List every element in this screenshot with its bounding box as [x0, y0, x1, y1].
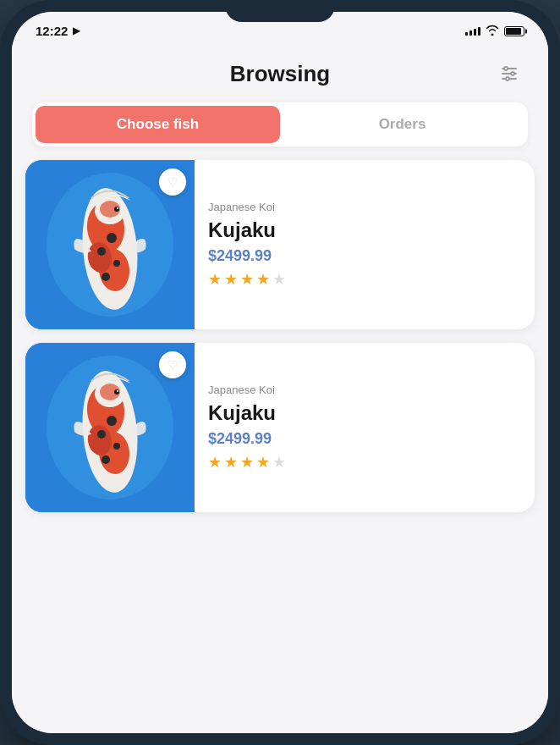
product-category-1: Japanese Koi [208, 201, 286, 213]
app-header: Browsing [12, 45, 548, 99]
time-display: 12:22 [36, 24, 68, 38]
favorite-button-1[interactable]: ♡ [159, 168, 186, 196]
app-content: Browsing Choose fish [12, 45, 548, 733]
star-4: ★ [256, 270, 270, 289]
status-right [465, 25, 524, 38]
svg-point-27 [97, 430, 106, 439]
product-name-1: Kujaku [208, 218, 286, 242]
svg-point-28 [113, 443, 120, 450]
svg-point-13 [97, 247, 106, 256]
filter-button[interactable] [494, 58, 524, 89]
svg-point-4 [511, 72, 514, 75]
favorite-button-2[interactable]: ♡ [159, 351, 186, 378]
notch [225, 0, 335, 22]
tab-bar: Choose fish Orders [32, 102, 528, 146]
svg-point-12 [107, 233, 117, 243]
svg-point-5 [506, 77, 509, 80]
product-list: ♡ Japanese Koi Kujaku $2499.99 ★ ★ ★ ★ ★ [12, 160, 548, 512]
signal-icon [465, 27, 480, 36]
star-5: ★ [272, 270, 286, 289]
product-name-2: Kujaku [208, 401, 286, 425]
star-5: ★ [272, 453, 286, 472]
status-time: 12:22 ▶ [36, 24, 80, 38]
wifi-icon [486, 25, 499, 38]
product-price-2: $2499.99 [208, 430, 286, 448]
star-1: ★ [208, 453, 222, 472]
product-rating-2: ★ ★ ★ ★ ★ [208, 453, 286, 472]
svg-point-19 [117, 207, 118, 209]
svg-point-15 [102, 273, 110, 281]
phone-screen: 12:22 ▶ [12, 12, 548, 733]
phone-shell: 12:22 ▶ [0, 0, 560, 745]
product-price-1: $2499.99 [208, 247, 286, 265]
svg-point-32 [114, 389, 119, 395]
product-info-2: Japanese Koi Kujaku $2499.99 ★ ★ ★ ★ ★ [195, 343, 299, 512]
product-card[interactable]: ♡ Japanese Koi Kujaku $2499.99 ★ ★ ★ ★ ★ [25, 160, 535, 329]
svg-point-33 [117, 390, 118, 392]
battery-fill [506, 28, 521, 35]
star-3: ★ [240, 453, 254, 472]
page-title: Browsing [66, 61, 494, 87]
star-2: ★ [224, 453, 238, 472]
product-image-wrap: ♡ [25, 160, 195, 329]
svg-point-18 [114, 207, 119, 212]
star-2: ★ [224, 270, 238, 289]
svg-point-26 [107, 416, 117, 426]
product-image-wrap-2: ♡ [25, 343, 195, 512]
svg-point-3 [504, 67, 508, 70]
product-category-2: Japanese Koi [208, 384, 286, 396]
product-card-2[interactable]: ♡ Japanese Koi Kujaku $2499.99 ★ ★ ★ ★ ★ [25, 343, 535, 512]
tab-orders[interactable]: Orders [280, 106, 524, 143]
product-info-1: Japanese Koi Kujaku $2499.99 ★ ★ ★ ★ ★ [195, 160, 299, 329]
product-rating-1: ★ ★ ★ ★ ★ [208, 270, 286, 289]
battery-icon [504, 26, 524, 36]
star-3: ★ [240, 270, 254, 289]
tab-choose-fish[interactable]: Choose fish [36, 106, 280, 143]
location-icon: ▶ [73, 25, 80, 36]
star-1: ★ [208, 270, 222, 289]
star-4: ★ [256, 453, 270, 472]
svg-point-14 [113, 260, 120, 267]
svg-point-29 [102, 455, 110, 464]
